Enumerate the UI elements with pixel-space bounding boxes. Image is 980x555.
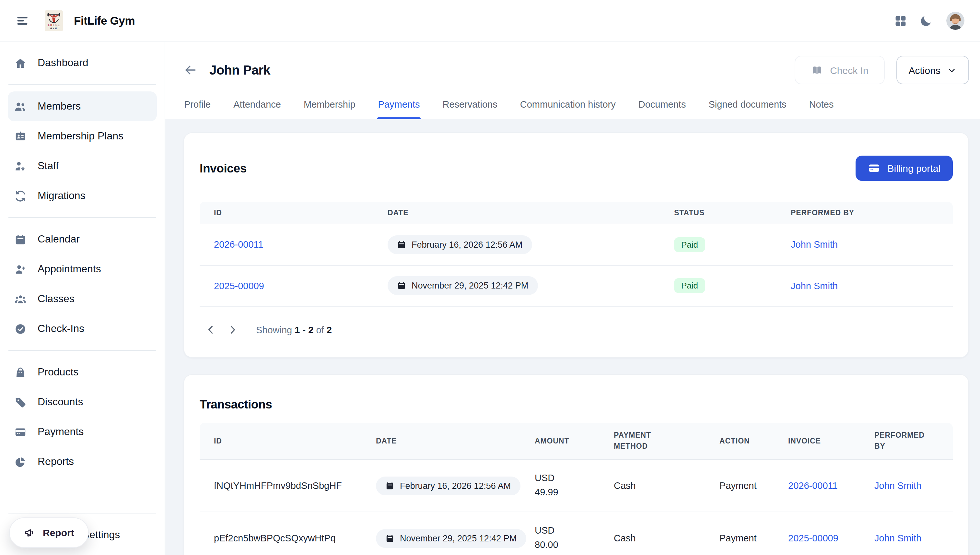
sidebar-divider bbox=[8, 513, 156, 513]
sidebar-item-check-ins[interactable]: Check-Ins bbox=[8, 314, 157, 343]
main-content: John Park Check In Actions Profile Atten… bbox=[165, 42, 980, 555]
tab-communication-history[interactable]: Communication history bbox=[519, 93, 617, 119]
check-in-button[interactable]: Check In bbox=[794, 56, 884, 84]
sidebar-item-membership-plans[interactable]: Membership Plans bbox=[8, 121, 157, 151]
shopping-bag-icon bbox=[14, 366, 27, 378]
billing-portal-label: Billing portal bbox=[888, 163, 940, 174]
sidebar-item-label: Classes bbox=[38, 293, 75, 305]
pie-chart-icon bbox=[14, 456, 27, 468]
column-header-id: ID bbox=[214, 435, 376, 446]
sidebar-item-label: Membership Plans bbox=[38, 130, 123, 142]
sidebar-item-label: Products bbox=[38, 366, 78, 378]
column-header-date: DATE bbox=[376, 435, 535, 446]
sidebar-item-label: Reports bbox=[38, 456, 74, 467]
tab-attendance[interactable]: Attendance bbox=[233, 93, 282, 119]
tab-notes[interactable]: Notes bbox=[809, 93, 834, 119]
sidebar-item-reports[interactable]: Reports bbox=[8, 447, 157, 476]
performed-by-link[interactable]: John Smith bbox=[874, 480, 921, 491]
status-badge: Paid bbox=[674, 237, 705, 252]
tab-profile[interactable]: Profile bbox=[183, 93, 211, 119]
sidebar-item-label: Members bbox=[38, 101, 81, 112]
sidebar-item-staff[interactable]: Staff bbox=[8, 151, 157, 181]
sidebar-item-classes[interactable]: Classes bbox=[8, 284, 157, 314]
date-pill: November 29, 2025 12:42 PM bbox=[388, 276, 538, 295]
tab-reservations[interactable]: Reservations bbox=[442, 93, 498, 119]
sidebar-item-migrations[interactable]: Migrations bbox=[8, 181, 157, 211]
performed-by-link[interactable]: John Smith bbox=[874, 533, 921, 543]
invoice-date: February 16, 2026 12:56 AM bbox=[412, 240, 522, 250]
apps-grid-button[interactable] bbox=[891, 11, 910, 30]
invoice-id-link[interactable]: 2026-00011 bbox=[214, 239, 263, 250]
chevron-down-icon bbox=[947, 65, 957, 75]
sidebar-item-label: Appointments bbox=[38, 263, 101, 275]
top-bar: FITLIFE GYM FitLife Gym bbox=[0, 0, 980, 42]
svg-text:FITLIFE: FITLIFE bbox=[48, 23, 60, 27]
sidebar-item-label: Staff bbox=[38, 160, 59, 172]
sidebar-item-members[interactable]: Members bbox=[8, 91, 157, 121]
transaction-payment-method: Cash bbox=[614, 480, 719, 491]
tab-documents[interactable]: Documents bbox=[638, 93, 687, 119]
id-card-icon bbox=[14, 130, 27, 142]
user-avatar[interactable] bbox=[946, 12, 964, 30]
sidebar-item-products[interactable]: Products bbox=[8, 357, 157, 387]
pagination-summary: Showing 1 - 2 of 2 bbox=[256, 324, 332, 335]
calendar-icon bbox=[397, 282, 406, 290]
next-page-button[interactable] bbox=[227, 324, 238, 335]
transaction-amount: USD49.99 bbox=[535, 472, 614, 500]
report-button-label: Report bbox=[43, 527, 74, 538]
invoices-title: Invoices bbox=[200, 161, 247, 175]
svg-text:GYM: GYM bbox=[50, 27, 58, 29]
sidebar-item-calendar[interactable]: Calendar bbox=[8, 225, 157, 254]
credit-card-icon bbox=[14, 426, 27, 438]
fitlife-logo: FITLIFE GYM bbox=[45, 10, 63, 31]
performed-by-link[interactable]: John Smith bbox=[791, 281, 838, 291]
report-button[interactable]: Report bbox=[9, 517, 89, 548]
back-button[interactable] bbox=[182, 62, 199, 79]
tab-membership[interactable]: Membership bbox=[303, 93, 356, 119]
calendar-icon bbox=[386, 534, 394, 542]
previous-page-button[interactable] bbox=[205, 324, 216, 335]
billing-portal-button[interactable]: Billing portal bbox=[856, 156, 953, 181]
column-header-amount: AMOUNT bbox=[535, 435, 614, 446]
page-header: John Park Check In Actions bbox=[165, 42, 980, 93]
moon-icon bbox=[919, 14, 933, 27]
sidebar-item-label: Discounts bbox=[38, 396, 83, 408]
status-badge: Paid bbox=[674, 279, 705, 294]
grid-icon bbox=[894, 14, 907, 27]
transaction-invoice-link[interactable]: 2026-00011 bbox=[788, 480, 838, 491]
sidebar-item-dashboard[interactable]: Dashboard bbox=[8, 48, 157, 78]
home-icon bbox=[14, 57, 27, 69]
book-icon bbox=[810, 64, 823, 76]
sidebar-item-discounts[interactable]: Discounts bbox=[8, 387, 157, 417]
sidebar-divider bbox=[8, 217, 156, 218]
column-header-payment-method: PAYMENT METHOD bbox=[614, 430, 719, 452]
tab-payments[interactable]: Payments bbox=[378, 93, 421, 119]
invoice-id-link[interactable]: 2025-00009 bbox=[214, 281, 264, 291]
transaction-date: February 16, 2026 12:56 AM bbox=[400, 481, 511, 491]
transaction-id: fNQtYHmHFPmv9bdSnSbgHF bbox=[214, 480, 376, 491]
chevron-right-icon bbox=[227, 324, 238, 335]
invoices-card: Invoices Billing portal ID DATE STATUS P… bbox=[183, 132, 969, 358]
actions-button[interactable]: Actions bbox=[897, 56, 969, 84]
pagination-total: 2 bbox=[327, 324, 332, 335]
sync-icon bbox=[14, 190, 27, 202]
tag-icon bbox=[14, 396, 27, 408]
content-area: Invoices Billing portal ID DATE STATUS P… bbox=[165, 119, 980, 555]
hamburger-menu-button[interactable] bbox=[13, 11, 32, 30]
invoices-table: ID DATE STATUS PERFORMED BY 2026-00011 F… bbox=[200, 202, 953, 307]
sidebar-item-payments[interactable]: Payments bbox=[8, 417, 157, 447]
transaction-id: pEf2cn5bwBPQcSQxywHtPq bbox=[214, 533, 376, 543]
invoices-pagination: Showing 1 - 2 of 2 bbox=[200, 307, 953, 342]
page-title: John Park bbox=[209, 63, 270, 77]
sidebar-item-label: Payments bbox=[38, 426, 83, 438]
check-in-label: Check In bbox=[830, 64, 868, 75]
users-icon bbox=[14, 100, 27, 112]
tab-signed-documents[interactable]: Signed documents bbox=[708, 93, 787, 119]
column-header-action: ACTION bbox=[719, 435, 788, 446]
dark-mode-toggle[interactable] bbox=[916, 11, 935, 30]
transaction-invoice-link[interactable]: 2025-00009 bbox=[788, 533, 838, 543]
sidebar-item-appointments[interactable]: Appointments bbox=[8, 254, 157, 284]
arrow-left-icon bbox=[183, 63, 198, 77]
pagination-range: 1 - 2 bbox=[295, 324, 313, 335]
performed-by-link[interactable]: John Smith bbox=[791, 239, 838, 250]
